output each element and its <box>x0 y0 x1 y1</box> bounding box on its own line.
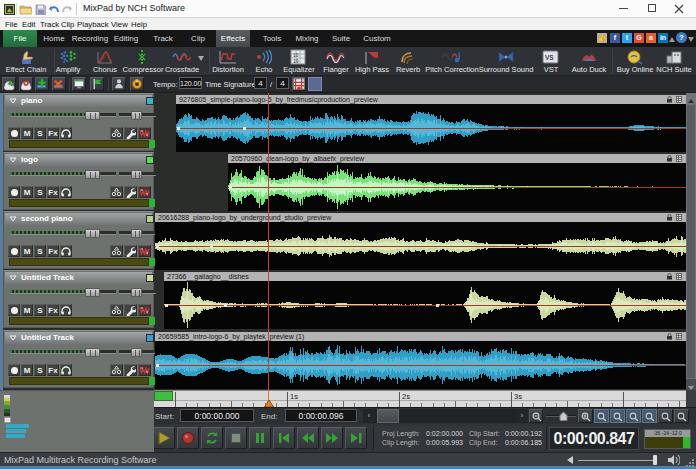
svg-text:VS: VS <box>545 54 554 61</box>
svg-text:19: 19 <box>293 58 299 64</box>
